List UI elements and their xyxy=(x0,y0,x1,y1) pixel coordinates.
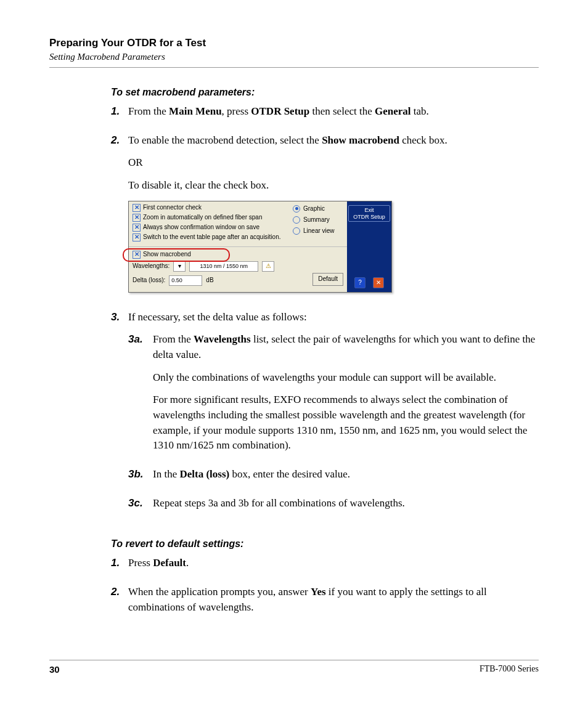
page-footer: 30 FTB-7000 Series xyxy=(49,660,539,675)
wavelengths-label: Wavelengths: xyxy=(133,262,169,271)
checkbox-switch[interactable] xyxy=(133,233,141,241)
procedure-2-heading: To revert to default settings: xyxy=(111,537,539,551)
delta-unit: dB xyxy=(206,276,213,285)
step-3b-text: In the Delta (loss) box, enter the desir… xyxy=(153,467,539,482)
checkbox-first-connector[interactable] xyxy=(133,204,141,212)
substep-number: 3c. xyxy=(128,496,153,519)
step-3a-p3: For more significant results, EXFO recom… xyxy=(153,392,539,453)
delta-label: Delta (loss): xyxy=(133,276,165,285)
revert-step-1: Press Default. xyxy=(128,556,539,571)
step-1-text: From the Main Menu, press OTDR Setup the… xyxy=(128,104,539,120)
radio-summary[interactable] xyxy=(293,216,300,224)
step-2-or: OR xyxy=(128,155,539,171)
close-icon[interactable]: ✕ xyxy=(373,277,384,288)
checkbox-zoom[interactable] xyxy=(133,214,141,222)
step-3a-text: From the Wavelengths list, select the pa… xyxy=(153,332,539,362)
step-number: 3. xyxy=(111,310,128,524)
series-name: FTB-7000 Series xyxy=(480,664,539,675)
checkbox-show-macrobend[interactable] xyxy=(133,251,141,259)
procedure-1-heading: To set macrobend parameters: xyxy=(111,85,539,99)
step-number: 1. xyxy=(111,104,128,127)
header-rule xyxy=(49,67,539,68)
radio-graphic[interactable] xyxy=(293,205,300,213)
help-icon[interactable]: ? xyxy=(354,277,365,288)
page-number: 30 xyxy=(49,664,60,675)
step-number: 2. xyxy=(111,585,128,622)
wavelengths-value[interactable]: 1310 nm / 1550 nm xyxy=(189,261,258,272)
checkbox-confirm[interactable] xyxy=(133,224,141,232)
radio-linear[interactable] xyxy=(293,227,300,235)
delta-input[interactable]: 0.50 xyxy=(169,275,202,286)
content: To set macrobend parameters: 1. From the… xyxy=(111,85,539,622)
screenshot: First connector check Zoom in automatica… xyxy=(128,201,392,293)
step-2-text: To enable the macrobend detection, selec… xyxy=(128,133,539,148)
substep-number: 3a. xyxy=(128,332,153,460)
step-number: 2. xyxy=(111,133,128,304)
revert-step-2: When the application prompts you, answer… xyxy=(128,585,539,615)
chapter-title: Preparing Your OTDR for a Test xyxy=(49,37,539,49)
step-3c-text: Repeat steps 3a and 3b for all combinati… xyxy=(153,496,539,511)
exit-button[interactable]: Exit OTDR Setup xyxy=(348,205,390,222)
step-number: 1. xyxy=(111,556,128,578)
warning-icon: ⚠ xyxy=(262,261,274,272)
substep-number: 3b. xyxy=(128,467,153,490)
default-button[interactable]: Default xyxy=(312,273,343,286)
step-2-disable: To disable it, clear the check box. xyxy=(128,178,539,193)
section-title: Setting Macrobend Parameters xyxy=(49,52,539,62)
wavelengths-dropdown-arrow[interactable]: ▾ xyxy=(173,261,186,272)
step-3-text: If necessary, set the delta value as fol… xyxy=(128,310,539,325)
step-3a-p2: Only the combinations of wavelengths you… xyxy=(153,370,539,386)
